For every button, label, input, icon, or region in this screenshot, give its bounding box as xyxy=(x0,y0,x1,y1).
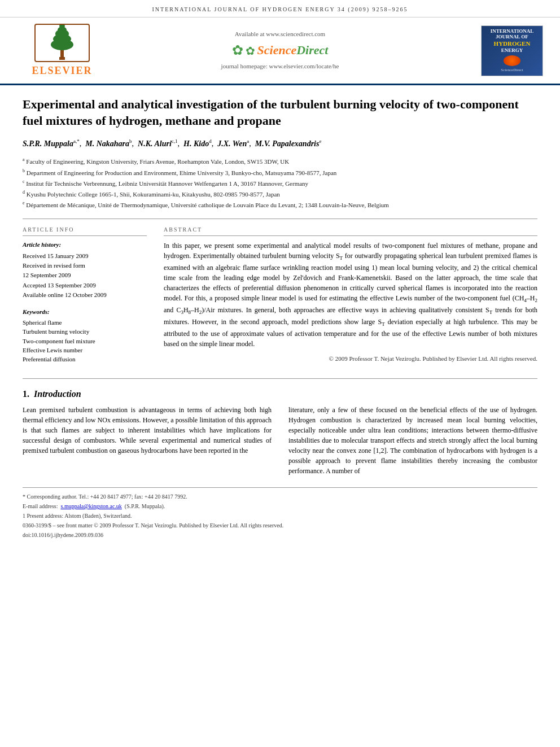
authors-line: S.P.R. Muppalaa,*, M. Nakaharab, N.K. Al… xyxy=(23,138,537,150)
journal-cover-sub: ScienceDirect xyxy=(501,68,523,73)
author-papalexandris: M.V. Papalexandris xyxy=(255,139,320,148)
section-number: 1. Introduction xyxy=(23,388,537,400)
journal-header-text: INTERNATIONAL JOURNAL OF HYDROGEN ENERGY… xyxy=(152,6,408,12)
sciencedirect-logo: ✿ ✿ ScienceDirect xyxy=(107,41,453,60)
affil-b: b Department of Engineering for Producti… xyxy=(23,168,537,177)
affil-e: e Département de Mécanique, Unité de The… xyxy=(23,200,537,209)
intro-columns: Lean premixed turbulent combustion is ad… xyxy=(23,405,537,476)
keyword-5: Preferential diffusion xyxy=(23,355,147,364)
keyword-4: Effective Lewis number xyxy=(23,346,147,355)
intro-right-text: literature, only a few of these focused … xyxy=(288,405,537,476)
affil-d: d Kyushu Polytechnic College 1665-1, Shi… xyxy=(23,189,537,199)
sciencedirect-text: ScienceDirect xyxy=(257,42,329,59)
available-text: Available at www.sciencedirect.com xyxy=(107,30,453,38)
affil-c: c Institut für Technische Verbrennung, L… xyxy=(23,178,537,188)
footnotes: * Corresponding author. Tel.: +44 20 841… xyxy=(23,487,537,539)
doi-note: doi:10.1016/j.ijhydene.2009.09.036 xyxy=(23,531,537,539)
journal-cover-title: International Journal of HYDROGEN ENERGY xyxy=(491,28,533,54)
author-muppala: S.P.R. Muppala xyxy=(23,139,73,148)
author-kido: H. Kido xyxy=(183,139,209,148)
corresponding-author-note: * Corresponding author. Tel.: +44 20 841… xyxy=(23,492,537,501)
email-link[interactable]: s.muppala@kingston.ac.uk xyxy=(60,503,121,509)
article-history-heading: Article history: xyxy=(23,241,147,249)
author-nakahara: M. Nakahara xyxy=(85,139,129,148)
keyword-2: Turbulent burning velocity xyxy=(23,327,147,336)
article-info-col: ARTICLE INFO Article history: Received 1… xyxy=(23,226,147,365)
keywords-label: Keywords: xyxy=(23,308,147,316)
intro-left-col: Lean premixed turbulent combustion is ad… xyxy=(23,405,272,476)
sciencedirect-area: Available at www.sciencedirect.com ✿ ✿ S… xyxy=(107,30,453,71)
elsevier-text: ELSEVIER xyxy=(32,64,92,78)
affiliations: a Faculty of Engineering, Kingston Unive… xyxy=(23,156,537,209)
email-suffix: (S.P.R. Muppala). xyxy=(125,503,165,509)
keyword-3: Two-component fuel mixture xyxy=(23,337,147,346)
present-address-note: 1 Present address: Alstom (Baden), Switz… xyxy=(23,512,537,520)
journal-cover-area: International Journal of HYDROGEN ENERGY… xyxy=(453,25,543,76)
author-aluri: N.K. Aluri xyxy=(138,139,172,148)
article-title: Experimental and analytical investigatio… xyxy=(23,97,537,129)
keywords-section: Keywords: Spherical flame Turbulent burn… xyxy=(23,308,147,364)
email-note: E-mail address: s.muppala@kingston.ac.uk… xyxy=(23,502,537,510)
received-date: Received 15 January 2009 xyxy=(23,252,147,260)
abstract-copyright: © 2009 Professor T. Nejat Veziroglu. Pub… xyxy=(164,355,537,363)
main-content: Experimental and analytical investigatio… xyxy=(0,85,560,552)
intro-left-text: Lean premixed turbulent combustion is ad… xyxy=(23,405,272,456)
info-abstract-columns: ARTICLE INFO Article history: Received 1… xyxy=(23,226,537,365)
abstract-label: ABSTRACT xyxy=(164,226,537,236)
sd-leaf-icon: ✿ xyxy=(232,41,243,60)
revised-date: 12 September 2009 xyxy=(23,271,147,279)
journal-banner: ELSEVIER Available at www.sciencedirect.… xyxy=(0,18,560,85)
journal-cover: International Journal of HYDROGEN ENERGY… xyxy=(481,25,543,76)
journal-homepage: journal homepage: www.elsevier.com/locat… xyxy=(107,62,453,71)
abstract-text: In this paper, we present some experimen… xyxy=(164,241,537,349)
header-divider xyxy=(23,219,537,219)
available-online: Available online 12 October 2009 xyxy=(23,291,147,299)
svg-rect-0 xyxy=(59,57,65,60)
elsevier-logo: ELSEVIER xyxy=(17,23,107,78)
intro-right-col: literature, only a few of these focused … xyxy=(288,405,537,476)
keyword-1: Spherical flame xyxy=(23,318,147,327)
author-wen: J.X. Wen xyxy=(217,139,247,148)
affil-a: a Faculty of Engineering, Kingston Unive… xyxy=(23,156,537,166)
journal-header: INTERNATIONAL JOURNAL OF HYDROGEN ENERGY… xyxy=(0,0,560,18)
elsevier-logo-area: ELSEVIER xyxy=(17,23,107,78)
revised-label: Received in revised form xyxy=(23,261,147,270)
issn-note: 0360-3199/$ – see front matter © 2009 Pr… xyxy=(23,521,537,530)
article-info-label: ARTICLE INFO xyxy=(23,226,147,236)
elsevier-tree-icon xyxy=(34,23,90,63)
journal-cover-graphic xyxy=(504,55,520,66)
abstract-col: ABSTRACT In this paper, we present some … xyxy=(164,226,537,365)
accepted-date: Accepted 13 September 2009 xyxy=(23,281,147,290)
sd-leaf-icon-2: ✿ xyxy=(246,43,255,59)
introduction-section: 1. Introduction Lean premixed turbulent … xyxy=(23,378,537,476)
